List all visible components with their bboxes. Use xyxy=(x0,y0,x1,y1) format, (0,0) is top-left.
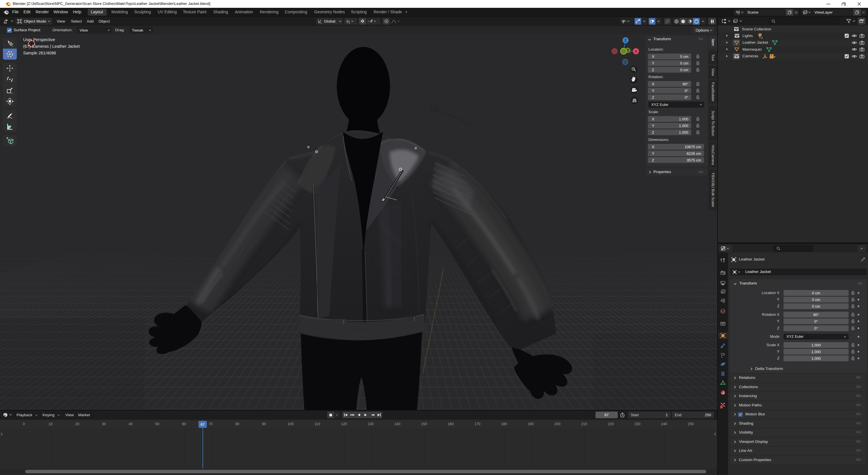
svg-text:User Perspective: User Perspective xyxy=(23,37,55,42)
svg-text:Z: Z xyxy=(624,38,626,42)
svg-text:(67) Cameras | Leather Jacket: (67) Cameras | Leather Jacket xyxy=(23,44,80,49)
svg-text:Y: Y xyxy=(627,49,629,53)
svg-text:X: X xyxy=(635,50,637,54)
svg-text:Sample 261/4096: Sample 261/4096 xyxy=(23,51,56,55)
svg-text:2: 2 xyxy=(761,36,763,39)
